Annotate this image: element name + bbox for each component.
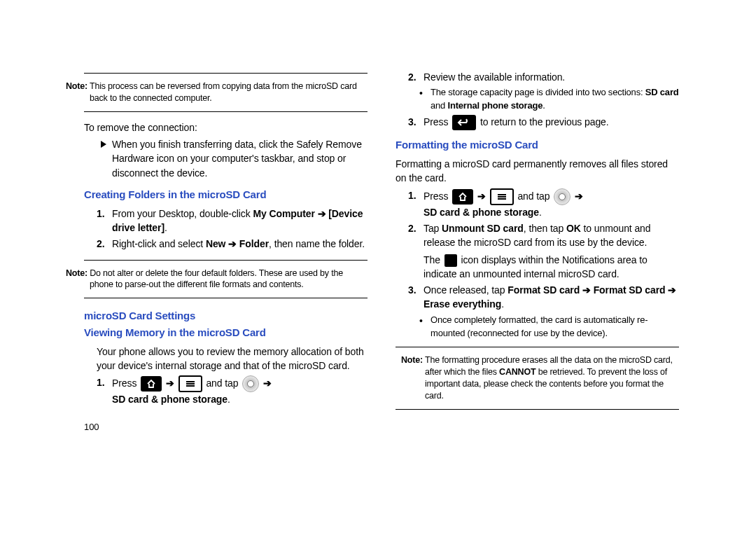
text: Press (424, 190, 451, 201)
arrow-icon: ➔ (580, 284, 593, 296)
text: The storage capacity page is divided int… (430, 87, 645, 97)
ol-number: 2. (408, 70, 424, 84)
create-step-1: 1. From your Desktop, double-click My Co… (97, 207, 368, 235)
rule (84, 73, 368, 74)
text: and (430, 100, 448, 111)
bold-text: Unmount SD card (442, 223, 524, 234)
formatting-para: Formatting a microSD card permanently re… (396, 157, 679, 186)
bullet-icon: • (419, 86, 430, 113)
ol-number: 3. (408, 115, 424, 130)
rule (396, 347, 679, 347)
arrow-icon: ➔ (263, 378, 272, 389)
text: The (424, 254, 443, 265)
ol-number: 1. (97, 207, 112, 235)
right-column: 2. Review the available information. • T… (396, 70, 679, 434)
text: . (164, 222, 167, 233)
bold-text: My Computer (253, 208, 314, 219)
rule (84, 260, 368, 261)
ol-number: 3. (408, 283, 424, 312)
menu-button-icon (490, 188, 514, 205)
text: Tap (424, 223, 442, 234)
menu-button-icon (178, 375, 202, 392)
bold-text: Erase everything (424, 298, 501, 310)
rule (396, 409, 679, 410)
remove-intro: To remove the connection: (84, 120, 368, 134)
note-label: Note: (66, 81, 88, 91)
note-text: This process can be reversed from copyin… (88, 81, 357, 103)
heading-creating-folders: Creating Folders in the microSD Card (84, 187, 368, 202)
text: Press (424, 116, 451, 127)
bold-text: Format SD card (507, 284, 580, 296)
note-label: Note: (401, 355, 423, 365)
arrow-icon: ➔ (666, 284, 677, 296)
note-box-2: Note: Do not alter or delete the four de… (84, 263, 368, 296)
view-step-2: 2. Review the available information. (408, 70, 679, 84)
text: . (542, 100, 545, 111)
format-complete-bullet: • Once completely formatted, the card is… (419, 314, 679, 340)
text: Press (112, 378, 139, 389)
home-button-icon (141, 376, 162, 392)
heading-viewing-memory: Viewing Memory in the microSD Card (84, 325, 368, 340)
view-step-1: 1. Press ➔ and tap ➔ SD card & phone sto… (97, 375, 368, 406)
text: Right-click and select (112, 238, 206, 249)
bold-text: SD card (645, 87, 679, 97)
format-step-2: 2. Tap Unmount SD card, then tap OK to u… (408, 221, 679, 281)
page-number: 100 (84, 421, 368, 434)
arrow-icon: ➔ (477, 190, 489, 201)
sd-card-icon (444, 254, 457, 267)
heading-sd-settings: microSD Card Settings (84, 308, 368, 324)
note-label: Note: (66, 268, 88, 278)
text: , then name the folder. (269, 238, 365, 249)
text: , then tap (524, 223, 566, 234)
text: to return to the previous page. (480, 116, 609, 127)
arrow-icon: ➔ (166, 378, 177, 389)
viewing-para: Your phone allows you to review the memo… (97, 345, 368, 373)
storage-sections-bullet: • The storage capacity page is divided i… (419, 86, 679, 113)
remove-bullet-item: When you finish transferring data, click… (101, 137, 368, 180)
remove-bullet-text: When you finish transferring data, click… (112, 137, 368, 180)
arrow-icon: ➔ (315, 208, 328, 219)
bold-text: New (206, 238, 226, 249)
settings-gear-icon (242, 375, 259, 392)
text: Review the available information. (424, 70, 679, 84)
text: . (227, 394, 230, 405)
settings-gear-icon (554, 188, 570, 205)
rule (84, 298, 368, 298)
ol-number: 1. (408, 188, 424, 219)
note-text: Do not alter or delete the four default … (88, 268, 343, 290)
bold-text: OK (566, 223, 581, 234)
left-column: Note: This process can be reversed from … (84, 70, 368, 434)
text: and tap (206, 378, 241, 389)
note-box-1: Note: This process can be reversed from … (84, 76, 368, 109)
rule (84, 111, 368, 112)
bold-text: Folder (239, 238, 269, 249)
triangle-bullet-icon (101, 141, 106, 148)
text: . (501, 298, 504, 310)
format-step-3: 3. Once released, tap Format SD card ➔ F… (408, 283, 679, 312)
ol-number: 2. (97, 237, 112, 251)
bold-text: SD card & phone storage (112, 394, 227, 405)
bold-text: Internal phone storage (448, 100, 543, 111)
text: and tap (517, 190, 552, 201)
create-step-2: 2. Right-click and select New ➔ Folder, … (97, 237, 368, 251)
bold-text: Format SD card (594, 284, 666, 296)
bold-text: SD card & phone storage (424, 207, 539, 218)
text: From your Desktop, double-click (112, 208, 253, 219)
text: icon displays within the Notifications a… (424, 254, 648, 279)
arrow-icon: ➔ (575, 190, 583, 201)
bullet-icon: • (419, 314, 430, 340)
text: Once released, tap (424, 284, 507, 296)
ol-number: 2. (408, 221, 424, 281)
note-box-3: Note: The formatting procedure erases al… (396, 350, 679, 406)
bold-text: CANNOT (499, 367, 536, 377)
back-button-icon (452, 115, 476, 130)
format-step-1: 1. Press ➔ and tap ➔ SD card & phone sto… (408, 188, 679, 219)
text: Once completely formatted, the card is a… (430, 314, 679, 340)
arrow-icon: ➔ (225, 238, 239, 249)
heading-formatting: Formatting the microSD Card (396, 137, 679, 153)
text: . (539, 207, 542, 218)
ol-number: 1. (97, 375, 112, 406)
home-button-icon (452, 189, 473, 205)
view-step-3: 3. Press to return to the previous page. (408, 115, 679, 130)
